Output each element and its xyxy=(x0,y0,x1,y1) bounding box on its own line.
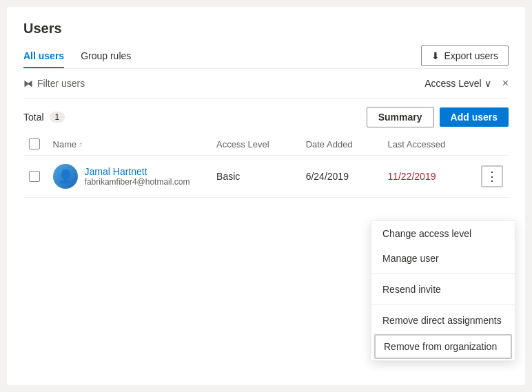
add-users-button[interactable]: Add users xyxy=(440,107,509,127)
tab-group-rules[interactable]: Group rules xyxy=(81,45,131,68)
context-menu: Change access level Manage user Resend i… xyxy=(371,220,515,361)
filter-toolbar: ⧓ Filter users Access Level ∨ × xyxy=(23,69,509,99)
download-icon: ⬇ xyxy=(431,50,440,61)
main-container: Users All users Group rules ⬇ Export use… xyxy=(7,7,525,385)
filter-label[interactable]: Filter users xyxy=(37,78,85,89)
manage-user-item[interactable]: Manage user xyxy=(371,246,515,271)
user-name-cell: 👤 Jamal Hartnett fabrikamfiber4@hotmail.… xyxy=(48,156,212,198)
table-row: 👤 Jamal Hartnett fabrikamfiber4@hotmail.… xyxy=(23,156,509,198)
summary-button[interactable]: Summary xyxy=(367,107,434,127)
access-level-cell: Basic xyxy=(211,156,300,198)
last-accessed-column-header[interactable]: Last Accessed xyxy=(382,133,471,156)
chevron-down-icon: ∨ xyxy=(484,78,491,89)
filter-right: Access Level ∨ × xyxy=(424,77,509,90)
total-count-area: Total 1 xyxy=(23,112,65,123)
actions-column-header xyxy=(471,133,509,156)
row-checkbox[interactable] xyxy=(29,171,40,182)
name-column-header[interactable]: Name ↑ xyxy=(48,133,212,156)
menu-divider-2 xyxy=(371,305,515,305)
last-accessed-cell: 11/22/2019 xyxy=(382,156,471,198)
total-count-badge: 1 xyxy=(50,112,65,123)
filter-area: ⧓ Filter users xyxy=(23,78,85,89)
resend-invite-item[interactable]: Resend invite xyxy=(371,277,515,302)
select-all-header xyxy=(23,133,48,156)
user-details: Jamal Hartnett fabrikamfiber4@hotmail.co… xyxy=(85,166,190,187)
page-title: Users xyxy=(23,21,509,37)
more-actions-button[interactable]: ⋮ xyxy=(481,165,503,187)
tab-all-users[interactable]: All users xyxy=(23,45,64,68)
date-added-value: 6/24/2019 xyxy=(306,171,349,182)
last-accessed-value: 11/22/2019 xyxy=(387,171,436,182)
access-level-filter[interactable]: Access Level ∨ xyxy=(424,78,491,89)
row-checkbox-cell xyxy=(23,156,48,198)
menu-divider-1 xyxy=(371,274,515,274)
total-label: Total xyxy=(23,112,44,123)
filter-icon: ⧓ xyxy=(23,78,33,89)
select-all-checkbox[interactable] xyxy=(29,138,40,149)
access-level-value: Basic xyxy=(216,171,240,182)
avatar-icon: 👤 xyxy=(58,169,73,184)
sort-arrow-icon: ↑ xyxy=(79,141,83,148)
table-header-row: Total 1 Summary Add users xyxy=(23,99,509,133)
table-header: Name ↑ Access Level Date Added Last Acce… xyxy=(23,133,509,156)
export-users-button[interactable]: ⬇ Export users xyxy=(421,45,509,66)
user-name[interactable]: Jamal Hartnett xyxy=(85,166,190,177)
remove-direct-assignments-item[interactable]: Remove direct assignments xyxy=(371,308,515,333)
user-info: 👤 Jamal Hartnett fabrikamfiber4@hotmail.… xyxy=(53,164,206,189)
date-added-column-header[interactable]: Date Added xyxy=(300,133,382,156)
users-table: Name ↑ Access Level Date Added Last Acce… xyxy=(23,133,509,198)
date-added-cell: 6/24/2019 xyxy=(300,156,382,198)
row-actions-cell: ⋮ xyxy=(471,156,509,198)
remove-from-organization-item[interactable]: Remove from organization xyxy=(374,334,512,359)
avatar: 👤 xyxy=(53,164,78,189)
access-level-filter-label: Access Level xyxy=(424,78,481,89)
table-actions: Summary Add users xyxy=(367,107,509,127)
close-filter-button[interactable]: × xyxy=(502,77,509,90)
user-email: fabrikamfiber4@hotmail.com xyxy=(85,177,190,187)
access-level-column-header[interactable]: Access Level xyxy=(211,133,300,156)
change-access-level-item[interactable]: Change access level xyxy=(371,221,515,246)
